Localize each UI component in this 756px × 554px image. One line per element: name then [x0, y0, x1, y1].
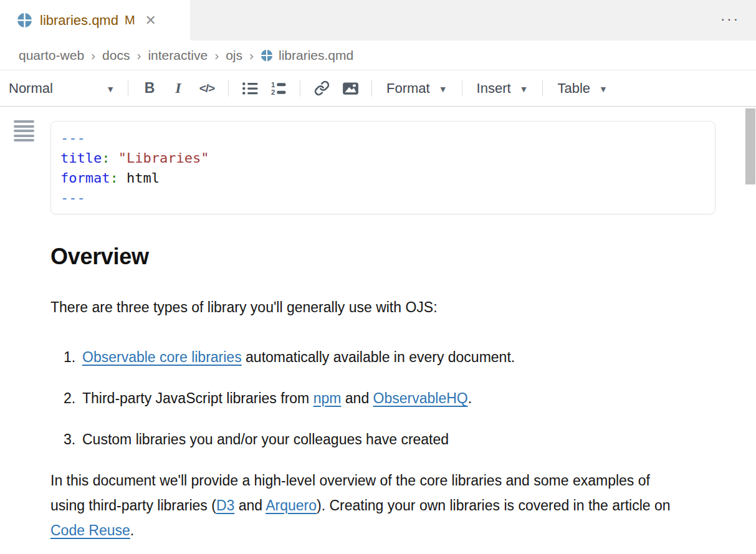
breadcrumb-separator: ›	[136, 48, 141, 63]
toolbar-divider	[128, 80, 128, 97]
breadcrumb-item-interactive[interactable]: interactive	[148, 48, 208, 63]
image-icon	[342, 80, 359, 97]
breadcrumb-separator: ›	[249, 48, 254, 63]
doc-text: .	[468, 390, 472, 406]
chevron-down-icon: ▼	[439, 82, 447, 94]
doc-text: and	[341, 390, 373, 406]
yaml-format-line: format: html	[60, 168, 706, 188]
code-button[interactable]: </>	[193, 76, 221, 101]
list-item[interactable]: 2. Third-party JavaScript libraries from…	[50, 386, 717, 411]
doc-text: Custom libraries you and/or your colleag…	[82, 431, 449, 447]
tab-bar: libraries.qmd M ✕ ···	[0, 0, 756, 41]
table-menu-label: Table	[557, 80, 590, 97]
formatting-toolbar: Normal ▼ B I </> 1 2	[0, 70, 756, 107]
yaml-front-matter-block[interactable]: --- title: "Libraries" format: html ---	[50, 121, 715, 214]
list-text: Observable core libraries automatically …	[82, 345, 515, 370]
breadcrumb-item-ojs[interactable]: ojs	[226, 48, 242, 63]
breadcrumb-item-docs[interactable]: docs	[102, 48, 130, 63]
closing-paragraph[interactable]: In this document we'll provide a high-le…	[50, 468, 681, 543]
quarto-file-icon	[261, 49, 273, 62]
list-number: 1.	[64, 345, 82, 370]
format-menu-button[interactable]: Format ▼	[379, 80, 455, 97]
list-text: Custom libraries you and/or your colleag…	[82, 427, 449, 452]
toolbar-divider	[462, 80, 462, 97]
paragraph-style-select[interactable]: Normal ▼	[9, 80, 121, 97]
italic-button[interactable]: I	[164, 76, 193, 101]
numbered-list: 1. Observable core libraries automatical…	[50, 345, 717, 452]
doc-text: .	[130, 522, 134, 538]
yaml-delimiter: ---	[60, 128, 706, 148]
chevron-down-icon: ▼	[599, 82, 608, 94]
doc-text: Third-party JavaScript libraries from	[82, 390, 313, 406]
svg-text:2: 2	[271, 88, 275, 96]
doc-link[interactable]: ObservableHQ	[373, 390, 468, 406]
chevron-down-icon: ▼	[106, 82, 115, 94]
doc-text: and	[234, 497, 266, 513]
doc-text: ). Creating your own libraries is covere…	[317, 497, 671, 513]
breadcrumb-item-libraries-qmd[interactable]: libraries.qmd	[279, 48, 353, 63]
tab-libraries-qmd[interactable]: libraries.qmd M ✕	[0, 0, 190, 41]
link-icon	[314, 80, 330, 96]
toolbar-divider	[371, 80, 372, 97]
breadcrumb-separator: ›	[91, 48, 95, 63]
yaml-delimiter: ---	[60, 188, 706, 208]
list-item[interactable]: 3. Custom libraries you and/or your coll…	[50, 427, 717, 452]
list-text: Third-party JavaScript libraries from np…	[82, 386, 472, 411]
breadcrumb-item-quarto-web[interactable]: quarto-web	[19, 48, 84, 63]
section-heading[interactable]: Overview	[50, 244, 717, 270]
yaml-title-line: title: "Libraries"	[60, 148, 706, 168]
doc-link[interactable]: Arquero	[266, 497, 317, 513]
doc-link[interactable]: Observable core libraries	[82, 349, 242, 365]
insert-menu-button[interactable]: Insert ▼	[469, 80, 536, 97]
table-menu-button[interactable]: Table ▼	[550, 80, 615, 97]
toolbar-divider	[300, 80, 300, 97]
chevron-down-icon: ▼	[520, 82, 529, 94]
list-number: 2.	[64, 386, 82, 411]
breadcrumb-separator: ›	[214, 48, 219, 63]
list-number: 3.	[64, 427, 82, 452]
insert-menu-label: Insert	[477, 80, 511, 97]
doc-text: There are three types of library you'll …	[50, 299, 438, 315]
paragraph-style-value: Normal	[9, 80, 53, 97]
bullet-list-button[interactable]	[236, 76, 264, 101]
block-drag-handle-icon[interactable]	[14, 120, 34, 144]
more-actions-icon[interactable]: ···	[720, 11, 740, 27]
breadcrumb: quarto-web › docs › interactive › ojs › …	[0, 41, 756, 70]
intro-paragraph[interactable]: There are three types of library you'll …	[50, 295, 681, 320]
numbered-list-button[interactable]: 1 2	[264, 76, 293, 101]
format-menu-label: Format	[386, 80, 430, 97]
close-icon[interactable]: ✕	[145, 14, 156, 27]
link-button[interactable]	[307, 76, 336, 101]
editor-canvas[interactable]: --- title: "Libraries" format: html --- …	[0, 107, 756, 554]
scrollbar-thumb[interactable]	[745, 108, 755, 184]
doc-text: automatically available in every documen…	[242, 349, 515, 365]
toolbar-divider	[228, 80, 229, 97]
bold-button[interactable]: B	[135, 76, 164, 101]
list-item[interactable]: 1. Observable core libraries automatical…	[50, 345, 717, 370]
image-button[interactable]	[336, 76, 365, 101]
doc-link[interactable]: D3	[216, 497, 234, 513]
doc-link[interactable]: Code Reuse	[50, 522, 130, 538]
modified-badge: M	[125, 13, 135, 27]
numbered-list-icon: 1 2	[270, 80, 287, 97]
doc-link[interactable]: npm	[313, 390, 342, 406]
tab-title: libraries.qmd	[40, 12, 118, 29]
quarto-file-icon	[17, 12, 32, 28]
bullet-list-icon	[242, 80, 258, 97]
toolbar-divider	[542, 80, 543, 97]
svg-text:1: 1	[271, 80, 275, 88]
